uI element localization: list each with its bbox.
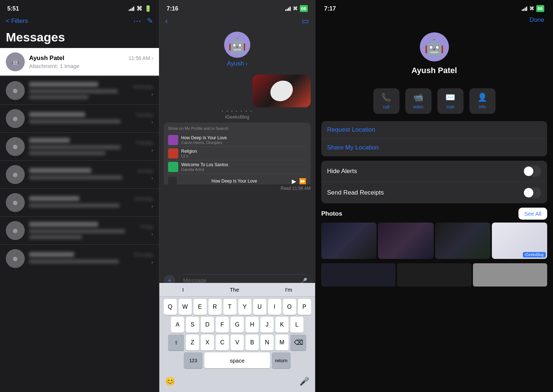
list-item[interactable]: ● Tuesday › [0,132,159,160]
suggestion-the[interactable]: The [230,287,239,293]
done-button[interactable]: Done [529,16,544,24]
info-button[interactable]: 👤 info [469,88,496,114]
keyboard-row-3: ⇧ Z X C V B N M ⌫ [161,335,314,351]
call-button[interactable]: 📞 call [373,88,399,114]
message-content [29,138,131,155]
avatar: ● [6,81,25,100]
video-call-button[interactable]: ▭ [302,16,309,26]
key-o[interactable]: O [283,299,296,315]
key-z[interactable]: Z [186,335,199,351]
keyboard-row-2: A S D F G H J K L [161,317,314,333]
delete-key[interactable]: ⌫ [290,335,306,351]
send-read-receipts-toggle[interactable] [523,187,541,198]
keyboard-bottom-bar: 😊 🎤 [159,372,315,392]
track-artist: Calvin Harris, Disciples [181,140,227,145]
microphone-icon[interactable]: 🎤 [297,374,312,389]
fast-forward-icon[interactable]: ⏩ [299,178,306,185]
status-icons-1: ⌘ 🔋 [129,5,152,12]
shared-image [252,75,311,107]
space-key[interactable]: space [204,352,270,368]
playback-controls[interactable]: ▶ ⏩ [292,178,306,185]
message-content [29,112,131,125]
photo-4[interactable]: iGeeksBlog [492,223,547,259]
request-location-row[interactable]: Request Location [321,121,547,139]
shift-key[interactable]: ⇧ [168,335,184,351]
action-buttons: 📞 call 📹 video ✉️ mail 👤 info [315,88,553,114]
battery-icon-1: 🔋 [144,5,152,12]
key-s[interactable]: S [186,317,199,333]
video-button[interactable]: 📹 video [405,88,431,114]
photo-2[interactable] [378,223,433,259]
key-e[interactable]: E [194,299,207,315]
key-c[interactable]: C [216,335,229,351]
avatar: ● [6,221,25,240]
key-i[interactable]: I [268,299,281,315]
key-y[interactable]: Y [238,299,251,315]
suggestion-im[interactable]: I'm [285,287,292,293]
key-t[interactable]: T [223,299,236,315]
strip-photo[interactable] [397,263,471,287]
return-key[interactable]: return [272,352,291,368]
key-w[interactable]: W [179,299,192,315]
key-g[interactable]: G [231,317,244,333]
chevron-icon: › [151,119,153,125]
contact-name[interactable]: Ayush › [227,60,248,67]
key-l[interactable]: L [290,317,303,333]
list-item[interactable]: ● Tuesday › [0,104,159,132]
key-d[interactable]: D [201,317,214,333]
message-preview [29,145,121,149]
time-label: Tuesday [135,112,153,117]
music-track: Religion Lil x [168,147,306,160]
key-u[interactable]: U [253,299,266,315]
strip-photo[interactable] [321,263,395,287]
photo-3[interactable] [435,223,490,259]
key-a[interactable]: A [171,317,184,333]
share-location-row[interactable]: Share My Location [321,139,547,156]
filters-button[interactable]: < Filters [6,17,28,25]
chat-messages: ● ● ● ● ● ● ● iGeeksBlog Show on My Prof… [159,72,315,184]
play-icon[interactable]: ▶ [292,178,296,185]
key-q[interactable]: Q [164,299,177,315]
list-item[interactable]: ● Saturday › [0,188,159,216]
page-title: Messages [0,29,159,48]
emoji-icon[interactable]: 😊 [162,374,178,389]
back-button[interactable]: ‹ [165,16,168,26]
photo-1[interactable] [321,223,377,259]
key-n[interactable]: N [260,335,274,351]
mail-button[interactable]: ✉️ mail [437,88,464,114]
avatar: ● [6,137,25,156]
hide-alerts-row[interactable]: Hide Alerts [321,161,547,182]
highlighted-message-row[interactable]: 🤖 Ayush Patel 11:56 AM › Attachment: 1 I… [0,48,159,76]
time-3: 7:17 [324,5,336,12]
send-read-receipts-row[interactable]: Send Read Receipts [321,182,547,203]
more-icon[interactable]: ⋯ [133,16,141,26]
suggestion-i[interactable]: I [182,287,184,293]
key-m[interactable]: M [275,335,289,351]
list-item[interactable]: ● Yesterday › [0,76,159,104]
compose-icon[interactable]: ✎ [147,16,153,26]
sender-label: iGeeksBlog [164,114,311,120]
key-k[interactable]: K [275,317,289,333]
list-item[interactable]: ● Friday › [0,216,159,244]
list-item[interactable]: ● Thursday › [0,244,159,272]
contact-avatar[interactable]: 🤖 [224,32,250,58]
strip-photo[interactable] [473,263,547,287]
chevron-icon: › [151,55,153,61]
key-x[interactable]: X [201,335,214,351]
message-preview-2 [29,235,82,239]
key-r[interactable]: R [208,299,222,315]
key-j[interactable]: J [260,317,274,333]
battery-icon-2: 66 [300,5,308,12]
music-widget: Show on My Profile and in Search How Dee… [164,123,311,184]
photos-section: Photos See All iGeeksBlog [321,208,547,259]
key-f[interactable]: F [216,317,229,333]
key-p[interactable]: P [298,299,311,315]
key-h[interactable]: H [246,317,259,333]
key-b[interactable]: B [246,335,259,351]
hide-alerts-toggle[interactable] [523,166,541,177]
list-item[interactable]: ● Sunday › [0,160,159,188]
panel2-nav: ‹ ▭ [159,15,315,29]
see-all-button[interactable]: See All [518,208,547,220]
numbers-key[interactable]: 123 [184,352,203,368]
key-v[interactable]: V [231,335,244,351]
